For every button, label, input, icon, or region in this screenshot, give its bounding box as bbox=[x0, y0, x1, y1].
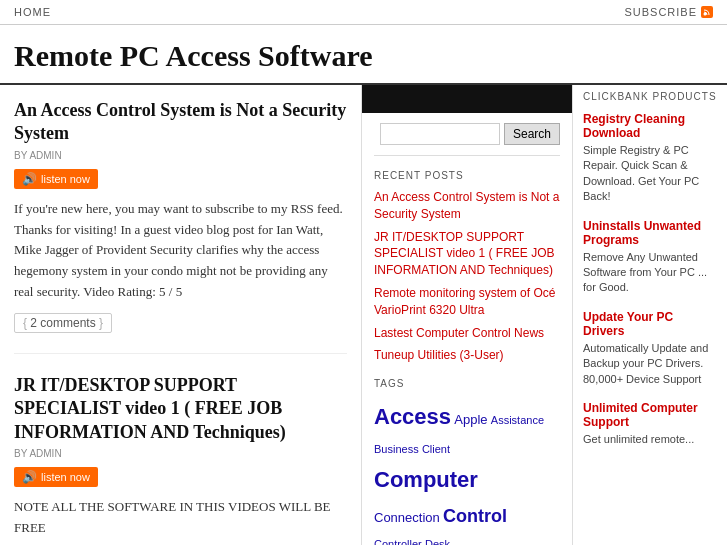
post-author: ADMIN bbox=[29, 448, 61, 459]
site-title: Remote PC Access Software bbox=[14, 39, 713, 73]
subscribe-link[interactable]: SUBSCRIBE bbox=[624, 6, 697, 18]
post-title-link[interactable]: JR IT/DESKTOP SUPPORT SPECIALIST video 1… bbox=[14, 375, 286, 442]
speaker-icon: 🔊 bbox=[22, 172, 37, 186]
search-box: Search bbox=[374, 123, 560, 156]
tag-computer[interactable]: Computer bbox=[374, 467, 478, 492]
post-title: An Access Control System is Not a Securi… bbox=[14, 99, 347, 146]
clickbank-item-1: Registry Cleaning Download Simple Regist… bbox=[583, 112, 717, 205]
cb-desc-3: Automatically Update and Backup your PC … bbox=[583, 341, 717, 387]
recent-post-link-4[interactable]: Lastest Computer Control News bbox=[374, 326, 544, 340]
list-item: Lastest Computer Control News bbox=[374, 325, 560, 342]
speaker-icon-2: 🔊 bbox=[22, 470, 37, 484]
clickbank-title: ClickBank Products bbox=[583, 85, 717, 102]
tag-client[interactable]: Client bbox=[422, 443, 450, 455]
list-item: Remote monitoring system of Océ VarioPri… bbox=[374, 285, 560, 319]
search-input[interactable] bbox=[380, 123, 500, 145]
post-item: JR IT/DESKTOP SUPPORT SPECIALIST video 1… bbox=[14, 374, 347, 545]
listen-now-button-2[interactable]: 🔊 listen now bbox=[14, 467, 98, 487]
recent-posts-title: Recent Posts bbox=[374, 170, 560, 181]
tag-business[interactable]: Business bbox=[374, 443, 419, 455]
post-item: An Access Control System is Not a Securi… bbox=[14, 99, 347, 354]
recent-post-link-2[interactable]: JR IT/DESKTOP SUPPORT SPECIALIST video 1… bbox=[374, 230, 555, 278]
search-button[interactable]: Search bbox=[504, 123, 560, 145]
recent-posts-section: Recent Posts An Access Control System is… bbox=[374, 170, 560, 364]
recent-post-link-3[interactable]: Remote monitoring system of Océ VarioPri… bbox=[374, 286, 555, 317]
tag-access[interactable]: Access bbox=[374, 404, 451, 429]
recent-posts-list: An Access Control System is Not a Securi… bbox=[374, 189, 560, 364]
subscribe-area: SUBSCRIBE bbox=[624, 6, 713, 18]
tag-controller[interactable]: Controller bbox=[374, 538, 422, 545]
tags-section: Tags Access Apple Assistance Business Cl… bbox=[374, 378, 560, 545]
recent-post-link-1[interactable]: An Access Control System is Not a Securi… bbox=[374, 190, 559, 221]
clickbank-item-4: Unlimited Computer Support Get unlimited… bbox=[583, 401, 717, 447]
listen-now-button[interactable]: 🔊 listen now bbox=[14, 169, 98, 189]
middle-sidebar: Search Recent Posts An Access Control Sy… bbox=[362, 85, 572, 545]
post-excerpt: If you're new here, you may want to subs… bbox=[14, 199, 347, 303]
tag-apple[interactable]: Apple bbox=[454, 412, 487, 427]
tag-control[interactable]: Control bbox=[443, 506, 507, 526]
tag-assistance[interactable]: Assistance bbox=[491, 414, 544, 426]
cb-link-2[interactable]: Uninstalls Unwanted Programs bbox=[583, 219, 717, 247]
tags-title: Tags bbox=[374, 378, 560, 389]
cb-desc-2: Remove Any Unwanted Software from Your P… bbox=[583, 250, 717, 296]
site-header: Remote PC Access Software bbox=[0, 25, 727, 85]
list-item: JR IT/DESKTOP SUPPORT SPECIALIST video 1… bbox=[374, 229, 560, 279]
list-item: Tuneup Utilities (3-User) bbox=[374, 347, 560, 364]
top-navigation: HOME SUBSCRIBE bbox=[0, 0, 727, 25]
main-content: An Access Control System is Not a Securi… bbox=[0, 85, 362, 545]
rss-icon bbox=[701, 6, 713, 18]
post-title: JR IT/DESKTOP SUPPORT SPECIALIST video 1… bbox=[14, 374, 347, 444]
comments-count[interactable]: 2 comments bbox=[14, 313, 112, 333]
right-sidebar: ClickBank Products Registry Cleaning Dow… bbox=[572, 85, 727, 545]
listen-label-2: listen now bbox=[41, 471, 90, 483]
tag-connection[interactable]: Connection bbox=[374, 510, 440, 525]
post-title-link[interactable]: An Access Control System is Not a Securi… bbox=[14, 100, 346, 143]
clickbank-item-3: Update Your PC Drivers Automatically Upd… bbox=[583, 310, 717, 387]
post-author: ADMIN bbox=[29, 150, 61, 161]
tag-desk[interactable]: Desk bbox=[425, 538, 450, 545]
cb-desc-1: Simple Registry & PC Repair. Quick Scan … bbox=[583, 143, 717, 205]
main-layout: An Access Control System is Not a Securi… bbox=[0, 85, 727, 545]
search-row: Search bbox=[380, 123, 560, 145]
cb-link-4[interactable]: Unlimited Computer Support bbox=[583, 401, 717, 429]
listen-label: listen now bbox=[41, 173, 90, 185]
clickbank-item-2: Uninstalls Unwanted Programs Remove Any … bbox=[583, 219, 717, 296]
cb-link-3[interactable]: Update Your PC Drivers bbox=[583, 310, 717, 338]
cb-link-1[interactable]: Registry Cleaning Download bbox=[583, 112, 717, 140]
post-meta: by ADMIN bbox=[14, 448, 347, 459]
post-meta: by ADMIN bbox=[14, 150, 347, 161]
recent-post-link-5[interactable]: Tuneup Utilities (3-User) bbox=[374, 348, 504, 362]
home-link[interactable]: HOME bbox=[14, 6, 51, 18]
sidebar-banner bbox=[362, 85, 572, 113]
post-excerpt-2: NOTE ALL THE SOFTWARE IN THIS VIDEOS WIL… bbox=[14, 497, 347, 539]
cb-desc-4: Get unlimited remote... bbox=[583, 432, 717, 447]
list-item: An Access Control System is Not a Securi… bbox=[374, 189, 560, 223]
tags-cloud: Access Apple Assistance Business Client … bbox=[374, 397, 560, 545]
